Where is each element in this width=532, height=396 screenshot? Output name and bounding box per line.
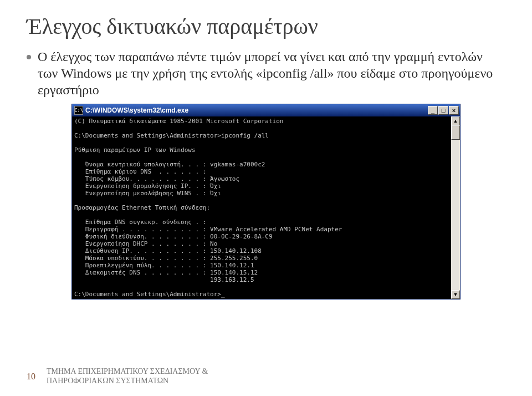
footer-text: ΤΜΗΜΑ ΕΠΙΧΕΙΡΗΜΑΤΙΚΟΥ ΣΧΕΔΙΑΣΜΟΥ & ΠΛΗΡΟ…	[47, 367, 208, 386]
close-button[interactable]: ×	[449, 106, 459, 115]
maximize-button[interactable]: □	[438, 106, 448, 115]
scroll-track[interactable]	[451, 140, 460, 290]
scroll-up-button[interactable]: ▲	[451, 116, 460, 125]
cmd-titlebar: C:\ C:\WINDOWS\system32\cmd.exe _ □ ×	[72, 104, 460, 116]
cmd-output: (C) Πνευματικά δικαιώματα 1985-2001 Micr…	[72, 116, 451, 299]
bullet-dot-icon	[27, 55, 31, 59]
footer-line-1: ΤΜΗΜΑ ΕΠΙΧΕΙΡΗΜΑΤΙΚΟΥ ΣΧΕΔΙΑΣΜΟΥ &	[47, 367, 208, 375]
cmd-window: C:\ C:\WINDOWS\system32\cmd.exe _ □ × (C…	[71, 104, 461, 299]
footer-line-2: ΠΛΗΡΟΦΟΡΙΑΚΩΝ ΣΥΣΤΗΜΑΤΩΝ	[47, 377, 168, 385]
slide-footer: 10 ΤΜΗΜΑ ΕΠΙΧΕΙΡΗΜΑΤΙΚΟΥ ΣΧΕΔΙΑΣΜΟΥ & ΠΛ…	[27, 367, 208, 386]
bullet-item: Ο έλεγχος των παραπάνω πέντε τιμών μπορε…	[27, 48, 505, 98]
cmd-title-text: C:\WINDOWS\system32\cmd.exe	[85, 106, 428, 114]
page-number: 10	[27, 372, 35, 382]
minimize-button[interactable]: _	[428, 106, 438, 115]
slide: Έλεγχος δικτυακών παραμέτρων Ο έλεγχος τ…	[0, 0, 532, 396]
cmd-scrollbar[interactable]: ▲ ▼	[451, 116, 460, 299]
cmd-body-wrap: (C) Πνευματικά δικαιώματα 1985-2001 Micr…	[72, 116, 460, 299]
cmd-icon: C:\	[74, 106, 83, 115]
scroll-thumb[interactable]	[451, 125, 460, 140]
cmd-window-buttons: _ □ ×	[428, 106, 459, 115]
slide-title: Έλεγχος δικτυακών παραμέτρων	[27, 13, 505, 39]
scroll-down-button[interactable]: ▼	[451, 290, 460, 299]
bullet-text: Ο έλεγχος των παραπάνω πέντε τιμών μπορε…	[38, 48, 505, 98]
